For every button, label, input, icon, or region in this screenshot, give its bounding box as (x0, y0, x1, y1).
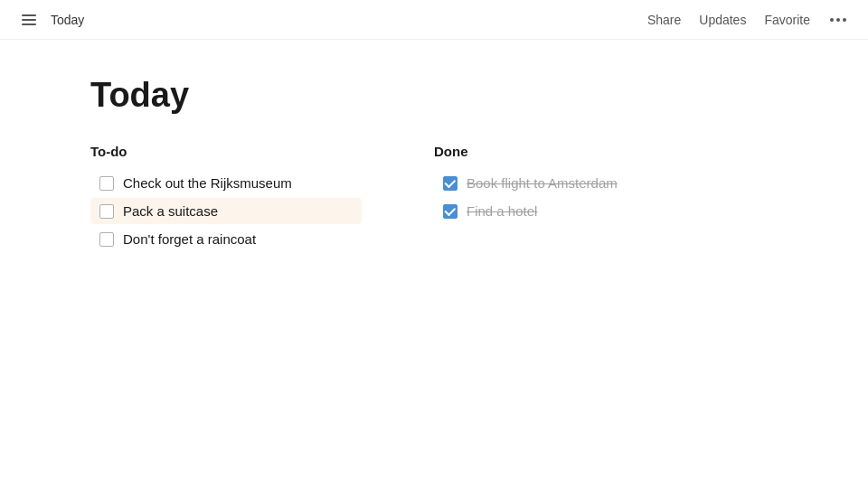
main-content: Today To-do Check out the Rijksmuseum Pa… (0, 40, 868, 288)
more-options-icon[interactable] (826, 14, 850, 25)
favorite-button[interactable]: Favorite (762, 9, 812, 31)
done-text-1: Book flight to Amsterdam (467, 175, 618, 191)
done-list: Book flight to Amsterdam Find a hotel (434, 170, 705, 224)
done-column-title: Done (434, 144, 705, 159)
menu-icon[interactable] (18, 11, 40, 29)
columns: To-do Check out the Rijksmuseum Pack a s… (90, 144, 778, 252)
todo-column-title: To-do (90, 144, 362, 159)
todo-list: Check out the Rijksmuseum Pack a suitcas… (90, 170, 362, 252)
todo-text-2: Pack a suitcase (123, 203, 218, 219)
topbar-right: Share Updates Favorite (646, 9, 850, 31)
topbar: Today Share Updates Favorite (0, 0, 868, 40)
done-item[interactable]: Book flight to Amsterdam (434, 170, 705, 196)
todo-item[interactable]: Check out the Rijksmuseum (90, 170, 362, 196)
share-button[interactable]: Share (646, 9, 683, 31)
todo-item[interactable]: Don't forget a raincoat (90, 226, 362, 252)
page-title: Today (90, 76, 778, 115)
updates-button[interactable]: Updates (697, 9, 748, 31)
todo-text-3: Don't forget a raincoat (123, 231, 256, 247)
todo-checkbox-3[interactable] (99, 232, 114, 247)
todo-checkbox-2[interactable] (99, 204, 114, 219)
done-checkbox-1[interactable] (443, 176, 458, 191)
todo-column: To-do Check out the Rijksmuseum Pack a s… (90, 144, 362, 252)
topbar-title: Today (51, 13, 84, 27)
done-column: Done Book flight to Amsterdam Find a hot… (434, 144, 705, 252)
done-item[interactable]: Find a hotel (434, 198, 705, 224)
done-checkbox-2[interactable] (443, 204, 458, 219)
todo-item[interactable]: Pack a suitcase (90, 198, 362, 224)
todo-text-1: Check out the Rijksmuseum (123, 175, 292, 191)
todo-checkbox-1[interactable] (99, 176, 114, 191)
done-text-2: Find a hotel (467, 203, 537, 219)
topbar-left: Today (18, 11, 84, 29)
